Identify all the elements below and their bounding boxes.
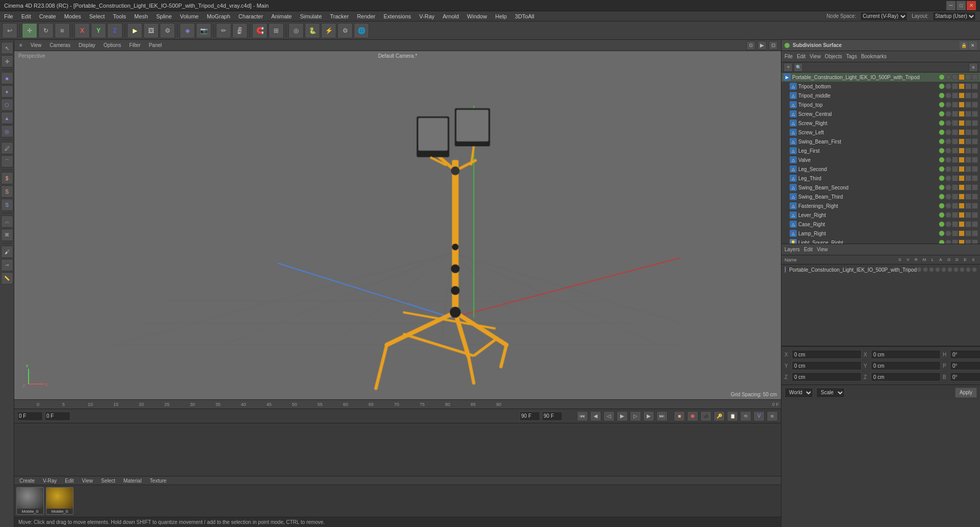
- layer-a-dot[interactable]: [947, 267, 952, 272]
- om-root-item[interactable]: ▶ Portable_Construction_Light_IEK_IO_500…: [781, 73, 980, 82]
- material-item-0[interactable]: Mobile_0: [16, 487, 44, 515]
- z-input[interactable]: [792, 372, 862, 381]
- settings-button[interactable]: ⚙: [337, 23, 353, 38]
- goto-end-btn[interactable]: ⏭: [656, 411, 668, 421]
- vp-menu-cameras[interactable]: Cameras: [47, 42, 72, 48]
- mat-menu-texture[interactable]: Texture: [148, 478, 168, 484]
- bend-btn[interactable]: ⌓: [1, 215, 13, 228]
- vp-menu-display[interactable]: Display: [77, 42, 97, 48]
- vp-render-btn[interactable]: ▶: [757, 41, 767, 50]
- z-axis-button[interactable]: Z: [107, 23, 122, 38]
- vp-menu-panel[interactable]: Panel: [146, 42, 164, 48]
- scale-select[interactable]: Scale: [816, 388, 845, 398]
- camera-button[interactable]: 📷: [196, 23, 211, 38]
- menu-tools[interactable]: Tools: [109, 11, 130, 21]
- timeline-tracks[interactable]: [14, 423, 781, 476]
- mat-menu-edit[interactable]: Edit: [63, 478, 76, 484]
- om-menu-tags[interactable]: Tags: [846, 54, 857, 59]
- lp-menu-layers[interactable]: Layers: [785, 247, 800, 252]
- frame-current-input[interactable]: [45, 412, 70, 421]
- menu-modes[interactable]: Modes: [60, 11, 85, 21]
- om-item-light-source-right[interactable]: 💡 Light_Source_Right: [781, 238, 980, 244]
- goto-start-btn[interactable]: ⏮: [577, 411, 588, 421]
- web-button[interactable]: 🌐: [354, 23, 369, 38]
- menu-animate[interactable]: Animate: [267, 11, 296, 21]
- key-btn[interactable]: 🔑: [714, 411, 725, 421]
- menu-select[interactable]: Select: [85, 11, 109, 21]
- om-menu-objects[interactable]: Objects: [825, 54, 842, 59]
- cone-btn[interactable]: ▲: [1, 112, 13, 124]
- menu-character[interactable]: Character: [234, 11, 267, 21]
- 3d-viewport[interactable]: Perspective Default Camera.* Grid Spacin…: [14, 51, 781, 399]
- prev-key-btn[interactable]: ◁: [603, 411, 615, 421]
- layer-e-dot[interactable]: [966, 267, 971, 272]
- spline-arc-btn[interactable]: ⌒: [1, 155, 13, 167]
- render-view-button[interactable]: 🖼: [143, 23, 159, 38]
- layer-s-dot[interactable]: [917, 267, 922, 272]
- undo-button[interactable]: ↩: [2, 23, 17, 38]
- om-item-screw-left[interactable]: △ Screw_Left: [781, 128, 980, 137]
- render-settings-button[interactable]: ⚙: [160, 23, 175, 38]
- om-item-fastenings-right[interactable]: △ Fastenings_Right: [781, 201, 980, 210]
- next-key-btn[interactable]: ▷: [630, 411, 641, 421]
- y2-input[interactable]: [871, 361, 941, 370]
- om-item-leg-third[interactable]: △ Leg_Third: [781, 174, 980, 183]
- close-button[interactable]: ✕: [967, 1, 976, 10]
- material-item-1[interactable]: Mobile_0: [46, 487, 74, 515]
- om-filter-btn[interactable]: ⌖: [783, 63, 793, 72]
- torus-btn[interactable]: ◎: [1, 125, 13, 137]
- om-item-lamp-right[interactable]: △ Lamp_Right: [781, 229, 980, 238]
- script-button[interactable]: ⚡: [321, 23, 336, 38]
- menu-volume[interactable]: Volume: [176, 11, 203, 21]
- menu-arnold[interactable]: Arnold: [438, 11, 463, 21]
- play-btn[interactable]: ▶: [617, 411, 628, 421]
- om-view-btn[interactable]: ≡: [969, 63, 978, 72]
- paint-mode-btn[interactable]: 🖌: [1, 246, 13, 258]
- snap-button[interactable]: 🧲: [252, 23, 267, 38]
- menu-mograph[interactable]: MoGraph: [203, 11, 234, 21]
- om-menu-bookmarks[interactable]: Bookmarks: [861, 54, 887, 59]
- rotate-tool-button[interactable]: ↻: [38, 23, 54, 38]
- vray-playback-btn[interactable]: V: [753, 411, 765, 421]
- menu-spline[interactable]: Spline: [152, 11, 176, 21]
- mat-menu-material[interactable]: Material: [121, 478, 144, 484]
- p-input[interactable]: [950, 361, 980, 370]
- om-root-sq2[interactable]: [959, 74, 965, 80]
- s2-btn[interactable]: S: [1, 199, 13, 211]
- om-item-leg-second[interactable]: △ Leg_Second: [781, 164, 980, 174]
- paint-button[interactable]: ✏: [216, 23, 231, 38]
- world-select[interactable]: World: [785, 388, 813, 398]
- menu-mesh[interactable]: Mesh: [130, 11, 152, 21]
- measure-btn[interactable]: 📏: [1, 272, 13, 284]
- next-frame-btn[interactable]: ▶: [643, 411, 654, 421]
- layer-d-dot[interactable]: [960, 267, 965, 272]
- vp-menu-options[interactable]: Options: [102, 42, 123, 48]
- prev-frame-btn[interactable]: ◀: [590, 411, 601, 421]
- vp-home-btn[interactable]: ⊙: [746, 41, 755, 50]
- menu-create[interactable]: Create: [35, 11, 60, 21]
- select-tool-btn[interactable]: ↖: [1, 42, 13, 54]
- om-item-screw-right[interactable]: △ Screw_Right: [781, 118, 980, 128]
- h-input[interactable]: [950, 350, 980, 359]
- layer-r-dot[interactable]: [929, 267, 934, 272]
- x-input[interactable]: [792, 350, 862, 359]
- playback-mode-btn[interactable]: ■: [674, 411, 685, 421]
- subdiv-lock-btn[interactable]: 🔒: [960, 41, 968, 50]
- om-item-valve[interactable]: △ Valve: [781, 155, 980, 164]
- apply-button[interactable]: Apply: [955, 388, 977, 398]
- om-item-swing-beam-second[interactable]: △ Swing_Beam_Second: [781, 183, 980, 192]
- menu-window[interactable]: Window: [463, 11, 491, 21]
- om-root-sq1[interactable]: [952, 74, 958, 80]
- om-menu-view[interactable]: View: [810, 54, 821, 59]
- spline-pen-btn[interactable]: 🖊: [1, 142, 13, 154]
- layer-v-dot[interactable]: [923, 267, 928, 272]
- y-input[interactable]: [792, 361, 862, 370]
- vp-menu-filter[interactable]: Filter: [127, 42, 142, 48]
- frame-end-input1[interactable]: [520, 412, 540, 421]
- record-btn[interactable]: ⏺: [687, 411, 698, 421]
- maximize-button[interactable]: □: [957, 1, 966, 10]
- grid-button[interactable]: ⊞: [268, 23, 284, 38]
- move-btn[interactable]: ✛: [1, 55, 13, 67]
- mat-menu-create[interactable]: Create: [17, 478, 37, 484]
- snap-mode-btn[interactable]: ⊸: [1, 259, 13, 271]
